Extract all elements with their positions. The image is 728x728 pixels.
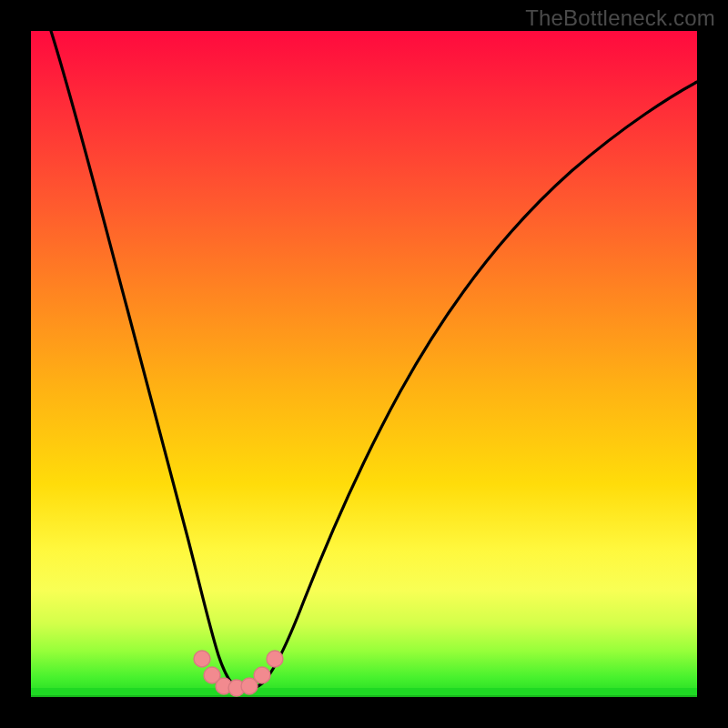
chart-svg	[0, 0, 728, 728]
attribution-text: TheBottleneck.com	[525, 5, 715, 31]
plot-background	[31, 31, 697, 697]
marker-dot	[194, 651, 210, 667]
bottom-floor-line	[31, 695, 697, 697]
chart-frame: TheBottleneck.com	[0, 0, 728, 728]
marker-dot	[254, 667, 270, 683]
marker-dot	[267, 651, 283, 667]
